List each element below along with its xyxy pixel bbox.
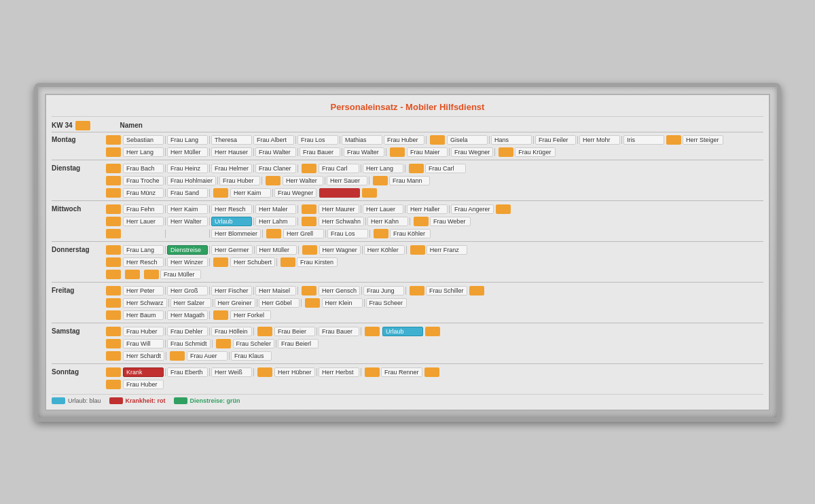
orange-tab xyxy=(409,164,424,173)
orange-tab xyxy=(499,147,513,157)
orange-tab xyxy=(424,367,439,377)
urlaub-card: Urlaub xyxy=(211,217,252,226)
dienstag-row2-content: Frau Troche Frau Hohlmaier Frau Huber He… xyxy=(106,176,763,185)
sonntag-section: Sonntag Krank Frau Eberth Herr Weiß Herr… xyxy=(52,366,763,392)
orange-tab xyxy=(390,147,405,157)
orange-tab xyxy=(106,188,121,198)
orange-tab xyxy=(496,204,511,214)
freitag-row3: Herr Baum Herr Magath Herr Forkel xyxy=(52,309,763,321)
name-card: Herr Kahn xyxy=(367,217,408,226)
orange-tab xyxy=(106,286,121,295)
name-card: Frau Krüger xyxy=(515,147,556,157)
freitag-row2: Herr Schwarz Herr Salzer Herr Greiner He… xyxy=(52,297,763,309)
dienstag-row1: Dienstag Frau Bach Frau Heinz Frau Helme… xyxy=(52,162,763,175)
donnerstag-row2-content: Herr Resch Herr Winzer Herr Schubert Fra… xyxy=(106,257,763,267)
name-card: Herr Müller xyxy=(256,245,297,255)
name-card: Herr Steiger xyxy=(683,135,723,145)
name-card: Herr Köhler xyxy=(364,245,405,255)
name-card: Herr Maisel xyxy=(255,286,296,295)
orange-tab xyxy=(106,351,121,361)
name-card: Frau Klaus xyxy=(231,351,272,361)
name-card: Frau Troche xyxy=(123,176,164,185)
name-card: Herr Germer xyxy=(211,245,253,255)
board-title: Personaleinsatz - Mobiler Hilfsdienst xyxy=(52,99,763,117)
krank-card: Krank xyxy=(123,367,164,377)
name-card: Herr Lauer xyxy=(123,217,164,226)
name-card: Mathias xyxy=(342,135,382,145)
name-card: Frau Scheer xyxy=(366,298,407,308)
name-card: Frau Auer xyxy=(187,351,228,361)
samstag-row2: Frau Will Frau Schmidt Frau Scheler Frau… xyxy=(52,338,763,350)
donnerstag-row2: Herr Resch Herr Winzer Herr Schubert Fra… xyxy=(52,256,763,268)
mittwoch-row3-content: Herr Blommeier Herr Grell Frau Los Frau … xyxy=(106,229,763,238)
orange-tab xyxy=(257,367,272,377)
donnerstag-row3: Frau Müller xyxy=(52,268,763,281)
name-card: Herr Müller xyxy=(167,147,208,157)
orange-tab xyxy=(266,176,280,185)
donnerstag-row1-content: Frau Lang Dienstreise Herr Germer Herr M… xyxy=(106,245,763,255)
name-card: Frau Will xyxy=(123,339,164,348)
sonntag-label: Sonntag xyxy=(52,368,106,376)
orange-tab xyxy=(106,229,121,238)
mittwoch-label: Mittwoch xyxy=(52,205,106,213)
orange-tab xyxy=(106,176,121,185)
name-card: Frau Bauer xyxy=(300,147,340,157)
orange-tab xyxy=(425,327,440,336)
name-card: Iris xyxy=(623,135,664,145)
name-card: Frau Jung xyxy=(363,286,404,295)
name-card: Frau Bauer xyxy=(319,327,359,336)
name-card: Frau Müller xyxy=(160,270,201,279)
orange-tab xyxy=(280,257,295,267)
name-card: Herr Lang xyxy=(123,147,164,157)
name-card: Herr Salzer xyxy=(170,298,211,308)
name-card: Frau Weber xyxy=(430,217,471,226)
name-card: Frau Huber xyxy=(219,176,260,185)
name-card: Herr Schardt xyxy=(123,351,164,361)
name-card: Herr Franz xyxy=(427,245,467,255)
orange-tab xyxy=(213,310,228,320)
name-card: Herr Lang xyxy=(363,164,403,173)
orange-tab xyxy=(106,310,121,320)
freitag-row2-content: Herr Schwarz Herr Salzer Herr Greiner He… xyxy=(106,298,763,308)
freitag-row1-content: Herr Peter Herr Groß Herr Fischer Herr M… xyxy=(106,286,763,295)
legend-urlaub-label: Urlaub: blau xyxy=(68,397,101,404)
name-card: Frau Carl xyxy=(319,164,359,173)
orange-tab xyxy=(106,367,121,377)
mittwoch-row1-content: Frau Fehn Herr Kaim Herr Resch Herr Male… xyxy=(106,204,763,214)
name-card: Frau Beier xyxy=(274,327,315,336)
orange-tab xyxy=(373,176,388,185)
mittwoch-row3: Herr Blommeier Herr Grell Frau Los Frau … xyxy=(52,228,763,240)
name-card: Herr Wagner xyxy=(319,245,361,255)
name-card: Herr Forkel xyxy=(230,310,271,320)
sonntag-row2-content: Frau Huber xyxy=(106,380,763,389)
name-card: Herr Haller xyxy=(407,204,448,214)
orange-tab xyxy=(302,245,317,255)
name-card: Herr Walter xyxy=(283,176,323,185)
legend-urlaub-color xyxy=(52,397,65,404)
name-card: Frau Mann xyxy=(389,176,430,185)
montag-label: Montag xyxy=(52,136,106,143)
name-card: Frau Kirsten xyxy=(297,257,338,267)
name-card: Herr Walter xyxy=(167,217,208,226)
name-card: Frau Dehler xyxy=(167,327,208,336)
name-card: Frau Scheler xyxy=(233,339,275,348)
orange-tab xyxy=(106,245,121,255)
freitag-section: Freitag Herr Peter Herr Groß Herr Fische… xyxy=(52,285,763,323)
montag-row2: Herr Lang Herr Müller Herr Hauser Frau W… xyxy=(52,146,763,158)
orange-tab xyxy=(106,327,121,336)
orange-tab xyxy=(302,204,316,214)
name-card: Herr Hauser xyxy=(211,147,252,157)
orange-tab xyxy=(302,286,316,295)
orange-tab xyxy=(469,286,484,295)
name-card: Frau Claner xyxy=(255,164,296,173)
donnerstag-row1: Donnerstag Frau Lang Dienstreise Herr Ge… xyxy=(52,244,763,256)
orange-tab xyxy=(666,135,681,145)
orange-tab xyxy=(365,367,380,377)
legend-krankheit-label: Krankheit: rot xyxy=(126,397,166,404)
name-card: Frau Eberth xyxy=(167,367,208,377)
orange-tab xyxy=(365,327,380,336)
name-card: Frau Walter xyxy=(344,147,384,157)
orange-tab xyxy=(106,147,121,157)
legend-krankheit: Krankheit: rot xyxy=(109,397,166,404)
name-card: Herr Fischer xyxy=(211,286,252,295)
